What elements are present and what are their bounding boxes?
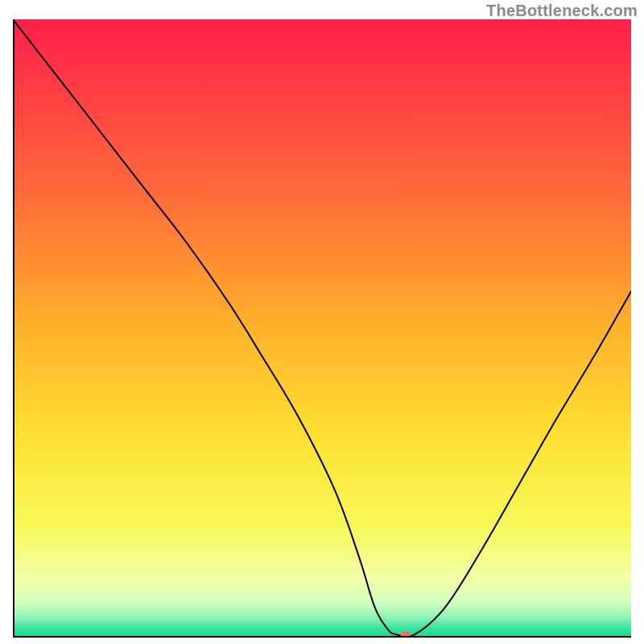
chart-background [13, 19, 631, 638]
chart-canvas [13, 19, 631, 638]
bottleneck-chart [13, 19, 631, 638]
watermark-text: TheBottleneck.com [486, 2, 638, 20]
